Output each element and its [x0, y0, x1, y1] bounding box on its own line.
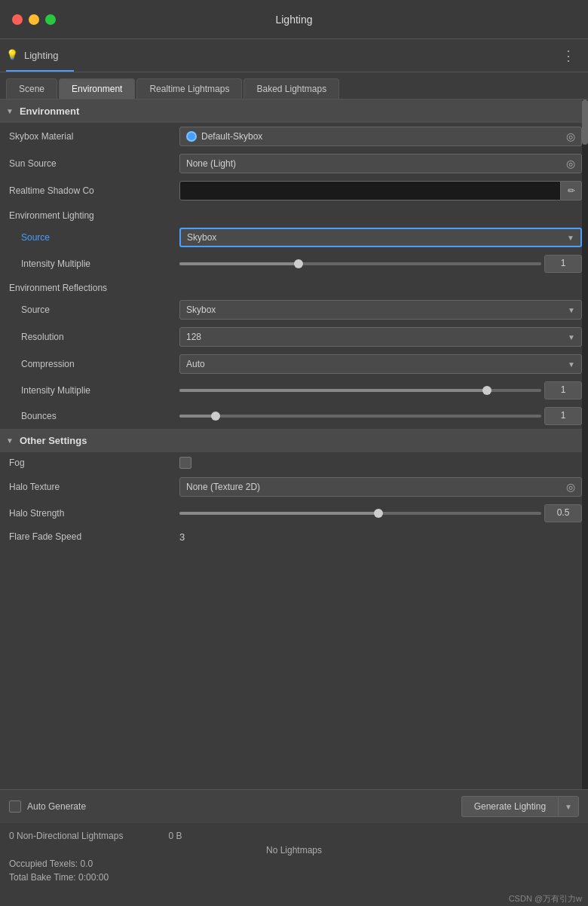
maximize-button[interactable]	[45, 14, 56, 25]
halo-strength-value[interactable]: 0.5	[544, 504, 582, 522]
env-reflections-bounces-fill	[179, 415, 216, 418]
spacer	[0, 547, 588, 562]
env-reflections-source-select[interactable]: Skybox ▼	[179, 300, 582, 320]
env-reflections-compression-value: Auto	[186, 359, 205, 369]
halo-strength-fill	[179, 512, 378, 515]
scrollbar[interactable]	[582, 99, 588, 789]
env-lighting-intensity-fill	[179, 262, 299, 265]
env-reflections-intensity-track[interactable]	[179, 389, 541, 392]
env-lighting-intensity-value[interactable]: 1	[544, 255, 582, 273]
auto-generate-label: Auto Generate	[27, 801, 86, 812]
env-reflections-intensity-value[interactable]: 1	[544, 381, 582, 399]
sun-source-field[interactable]: None (Light) ◎	[179, 154, 582, 173]
env-reflections-intensity-label: Intensity Multiplie	[6, 385, 179, 396]
env-lighting-source-select[interactable]: Skybox ▼	[179, 228, 582, 247]
bottom-bar: Auto Generate Generate Lighting ▼ 0 Non-…	[0, 789, 588, 906]
skybox-material-picker-icon[interactable]: ◎	[566, 130, 575, 142]
color-picker-button[interactable]: ✏	[561, 181, 582, 200]
window-controls[interactable]	[12, 14, 56, 25]
panel-label: Lighting	[24, 50, 59, 61]
tab-environment[interactable]: Environment	[59, 78, 135, 99]
lightmaps-stats-row: 0 Non-Directional Lightmaps 0 B	[9, 829, 579, 843]
env-lighting-intensity-track[interactable]	[179, 262, 541, 265]
fog-checkbox-area[interactable]	[179, 457, 582, 469]
env-reflections-compression-select[interactable]: Auto ▼	[179, 354, 582, 374]
environment-title: Environment	[20, 106, 79, 117]
panel-menu-button[interactable]: ⋮	[562, 47, 576, 64]
flare-fade-value-display: 3	[179, 531, 582, 543]
stats-area: 0 Non-Directional Lightmaps 0 B No Light…	[0, 823, 588, 890]
generate-lighting-dropdown-button[interactable]: ▼	[558, 796, 579, 817]
halo-strength-slider[interactable]: 0.5	[179, 504, 582, 522]
auto-generate-checkbox[interactable]	[9, 800, 21, 813]
env-reflections-bounces-value[interactable]: 1	[544, 407, 582, 425]
minimize-button[interactable]	[29, 14, 39, 25]
tab-baked-lightmaps[interactable]: Baked Lightmaps	[243, 78, 339, 99]
env-reflections-resolution-select[interactable]: 128 ▼	[179, 327, 582, 347]
halo-strength-track[interactable]	[179, 512, 541, 515]
halo-texture-value: None (Texture 2D)	[186, 482, 260, 492]
env-reflections-intensity-thumb[interactable]	[482, 386, 492, 395]
env-lighting-intensity-thumb[interactable]	[294, 259, 303, 268]
env-lighting-source-dropdown[interactable]: Skybox ▼	[179, 228, 582, 247]
env-reflections-resolution-arrow: ▼	[568, 333, 575, 341]
env-reflections-source-label: Source	[6, 305, 179, 315]
env-reflections-compression-row: Compression Auto ▼	[6, 350, 582, 378]
generate-lighting-button[interactable]: Generate Lighting	[461, 796, 558, 817]
generate-button-group: Generate Lighting ▼	[461, 796, 579, 817]
scrollbar-thumb[interactable]	[582, 99, 588, 145]
env-reflections-intensity-slider[interactable]: 1	[179, 381, 582, 399]
env-lighting-intensity-row: Intensity Multiplie 1	[6, 251, 582, 277]
tab-scene[interactable]: Scene	[6, 78, 57, 99]
other-settings-section: ▼ Other Settings Fog Halo Texture None (…	[0, 429, 588, 547]
halo-texture-picker-icon[interactable]: ◎	[566, 481, 575, 493]
skybox-material-field[interactable]: Default-Skybox ◎	[179, 127, 582, 146]
window-title: Lighting	[275, 14, 312, 26]
env-lighting-intensity-slider[interactable]: 1	[179, 255, 582, 273]
env-reflections-compression-dropdown[interactable]: Auto ▼	[179, 354, 582, 374]
env-reflections-bounces-thumb[interactable]	[211, 412, 220, 421]
sun-source-row: Sun Source None (Light) ◎	[6, 150, 582, 177]
flare-fade-value: 3	[179, 531, 185, 543]
env-reflections-source-value: Skybox	[186, 305, 216, 315]
env-reflections-bounces-track[interactable]	[179, 415, 541, 418]
skybox-material-label: Skybox Material	[6, 131, 179, 142]
env-reflections-bounces-slider[interactable]: 1	[179, 407, 582, 425]
color-field: ✏	[179, 181, 582, 200]
env-reflections-bounces-row: Bounces 1	[6, 403, 582, 429]
env-reflections-resolution-dropdown[interactable]: 128 ▼	[179, 327, 582, 347]
realtime-shadow-label: Realtime Shadow Co	[6, 185, 179, 196]
halo-strength-row: Halo Strength 0.5	[6, 500, 582, 526]
env-reflections-compression-label: Compression	[6, 359, 179, 369]
sun-source-picker-icon[interactable]: ◎	[566, 158, 575, 170]
halo-texture-field[interactable]: None (Texture 2D) ◎	[179, 477, 582, 497]
tab-realtime-lightmaps[interactable]: Realtime Lightmaps	[136, 78, 242, 99]
lightmaps-count: 0 Non-Directional Lightmaps	[9, 831, 123, 841]
halo-strength-thumb[interactable]	[374, 509, 383, 518]
halo-texture-obj[interactable]: None (Texture 2D) ◎	[179, 477, 582, 497]
scroll-content: ▼ Environment Skybox Material Default-Sk…	[0, 99, 588, 789]
total-bake-time: Total Bake Time: 0:00:00	[9, 871, 579, 884]
sun-source-label: Sun Source	[6, 158, 179, 169]
flare-fade-row: Flare Fade Speed 3	[6, 526, 582, 547]
flare-fade-label: Flare Fade Speed	[6, 531, 179, 542]
content-wrapper: ▼ Environment Skybox Material Default-Sk…	[0, 99, 588, 789]
env-reflections-intensity-fill	[179, 389, 487, 392]
halo-strength-slider-row: 0.5	[179, 504, 582, 522]
fog-checkbox[interactable]	[179, 457, 191, 469]
env-reflections-resolution-value: 128	[186, 332, 201, 342]
environment-section: ▼ Environment Skybox Material Default-Sk…	[0, 99, 588, 429]
env-reflections-source-dropdown[interactable]: Skybox ▼	[179, 300, 582, 320]
other-settings-header[interactable]: ▼ Other Settings	[0, 429, 588, 452]
env-reflections-source-row: Source Skybox ▼	[6, 296, 582, 323]
sun-source-obj[interactable]: None (Light) ◎	[179, 154, 582, 173]
environment-header[interactable]: ▼ Environment	[0, 99, 588, 123]
fog-label: Fog	[6, 458, 179, 468]
lightmaps-size: 0 B	[168, 831, 182, 841]
fog-row: Fog	[6, 452, 582, 473]
realtime-shadow-field[interactable]: ✏	[179, 181, 582, 200]
env-lighting-source-arrow: ▼	[567, 234, 574, 242]
color-swatch[interactable]	[179, 181, 561, 200]
skybox-material-obj[interactable]: Default-Skybox ◎	[179, 127, 582, 146]
close-button[interactable]	[12, 14, 23, 25]
